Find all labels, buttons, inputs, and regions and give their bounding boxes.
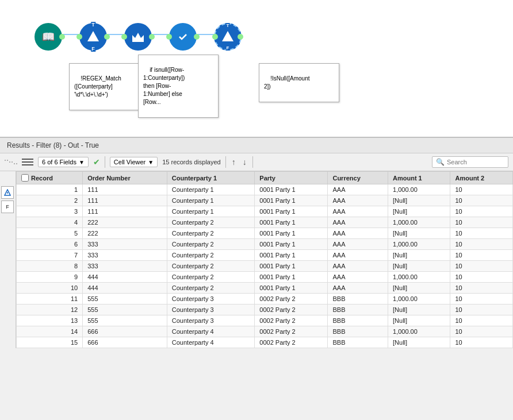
cell-record: 13 [17, 315, 83, 326]
col-header-party: Party [255, 172, 328, 184]
cell-amount1: 1,000.00 [388, 217, 450, 228]
confirm-icon[interactable]: ✔ [93, 157, 100, 167]
tooltip-regex: !REGEX_Match ([Counterparty] '\d*\.\d+\.… [69, 63, 150, 110]
cell-counterparty1: Counterparty 4 [167, 337, 255, 348]
cell-amount2: 10 [450, 272, 513, 283]
cell-order-number: 111 [83, 195, 167, 206]
node-filter-1[interactable]: T F [79, 23, 107, 51]
svg-marker-0 [87, 31, 99, 41]
cell-amount1: [Null] [388, 305, 450, 315]
cell-party: 0001 Party 1 [255, 206, 328, 217]
cell-amount2: 10 [450, 326, 513, 337]
select-all-checkbox[interactable] [21, 174, 29, 182]
cell-amount2: 10 [450, 206, 513, 217]
side-icon-f[interactable]: F [1, 201, 14, 213]
cell-amount2: 10 [450, 195, 513, 206]
table-row: 7333Counterparty 20001 Party 1AAA[Null]1… [17, 250, 513, 261]
cell-amount1: 1,000.00 [388, 272, 450, 283]
table-row: 14666Counterparty 40002 Party 2BBB1,000.… [17, 326, 513, 337]
menu-icon[interactable] [22, 157, 33, 167]
cell-currency: AAA [328, 261, 388, 272]
search-box[interactable]: 🔍 [432, 156, 508, 168]
side-icon-t[interactable] [1, 186, 14, 199]
cell-currency: AAA [328, 239, 388, 250]
cell-order-number: 111 [83, 206, 167, 217]
scroll-down-button[interactable]: ↓ [242, 157, 248, 167]
cell-counterparty1: Counterparty 2 [167, 239, 255, 250]
cell-counterparty1: Counterparty 2 [167, 250, 255, 261]
cell-order-number: 555 [83, 294, 167, 305]
drag-handle[interactable] [5, 160, 17, 164]
cell-party: 0001 Party 1 [255, 250, 328, 261]
col-header-amount2: Amount 2 [450, 172, 513, 184]
node-filter-2[interactable]: T F [214, 23, 242, 51]
cell-counterparty1: Counterparty 2 [167, 228, 255, 239]
cell-amount2: 10 [450, 228, 513, 239]
cell-record: 11 [17, 294, 83, 305]
cell-amount2: 10 [450, 294, 513, 305]
cell-amount1: [Null] [388, 195, 450, 206]
table-body: 1111Counterparty 10001 Party 1AAA1,000.0… [17, 184, 513, 348]
cell-currency: BBB [328, 315, 388, 326]
cell-order-number: 666 [83, 326, 167, 337]
cell-party: 0001 Party 1 [255, 272, 328, 283]
cell-amount1: [Null] [388, 315, 450, 326]
table-row: 13555Counterparty 30002 Party 2BBB[Null]… [17, 315, 513, 326]
cell-order-number: 111 [83, 184, 167, 195]
cell-order-number: 444 [83, 283, 167, 294]
cell-party: 0001 Party 1 [255, 195, 328, 206]
workflow-canvas: 📖 T F [0, 0, 513, 138]
cell-order-number: 333 [83, 261, 167, 272]
cell-party: 0002 Party 2 [255, 315, 328, 326]
divider-1 [105, 156, 105, 168]
cell-party: 0002 Party 2 [255, 337, 328, 348]
cell-record: 2 [17, 195, 83, 206]
cell-record: 14 [17, 326, 83, 337]
cell-amount2: 10 [450, 337, 513, 348]
cell-amount1: [Null] [388, 228, 450, 239]
cell-record: 5 [17, 228, 83, 239]
cell-amount1: [Null] [388, 206, 450, 217]
fields-dropdown-button[interactable]: 6 of 6 Fields ▼ [38, 157, 89, 167]
chevron-down-icon: ▼ [79, 159, 85, 165]
cell-viewer-button[interactable]: Cell Viewer ▼ [110, 157, 158, 167]
table-row: 1111Counterparty 10001 Party 1AAA1,000.0… [17, 184, 513, 195]
cell-counterparty1: Counterparty 3 [167, 294, 255, 305]
cell-amount2: 10 [450, 315, 513, 326]
cell-party: 0002 Party 2 [255, 326, 328, 337]
cell-order-number: 444 [83, 272, 167, 283]
cell-record: 15 [17, 337, 83, 348]
search-input[interactable] [447, 159, 504, 165]
cell-record: 8 [17, 261, 83, 272]
cell-order-number: 222 [83, 228, 167, 239]
search-icon: 🔍 [436, 158, 445, 166]
cell-party: 0002 Party 2 [255, 294, 328, 305]
cell-order-number: 666 [83, 337, 167, 348]
cell-amount2: 10 [450, 250, 513, 261]
divider-3 [252, 156, 253, 168]
cell-amount1: 1,000.00 [388, 294, 450, 305]
col-header-order-number: Order Number [83, 172, 167, 184]
node-crown[interactable] [124, 23, 152, 51]
records-count: 15 records displayed [162, 159, 221, 165]
node-book[interactable]: 📖 [35, 23, 62, 51]
cell-amount1: 1,000.00 [388, 326, 450, 337]
cell-amount2: 10 [450, 217, 513, 228]
cell-order-number: 333 [83, 250, 167, 261]
cell-currency: AAA [328, 283, 388, 294]
col-header-record: Record [17, 172, 83, 184]
cell-record: 7 [17, 250, 83, 261]
table-row: 2111Counterparty 10001 Party 1AAA[Null]1… [17, 195, 513, 206]
cell-party: 0001 Party 1 [255, 239, 328, 250]
node-check[interactable] [169, 23, 197, 51]
table-row: 10444Counterparty 20001 Party 1AAA[Null]… [17, 283, 513, 294]
cell-currency: AAA [328, 206, 388, 217]
cell-counterparty1: Counterparty 2 [167, 272, 255, 283]
cell-record: 10 [17, 283, 83, 294]
scroll-up-button[interactable]: ↑ [231, 157, 237, 167]
cell-counterparty1: Counterparty 3 [167, 315, 255, 326]
flow-nodes: 📖 T F [35, 23, 242, 51]
data-table-container: Record Order Number Counterparty 1 Party… [16, 171, 513, 348]
cell-counterparty1: Counterparty 1 [167, 195, 255, 206]
cell-amount1: 1,000.00 [388, 184, 450, 195]
